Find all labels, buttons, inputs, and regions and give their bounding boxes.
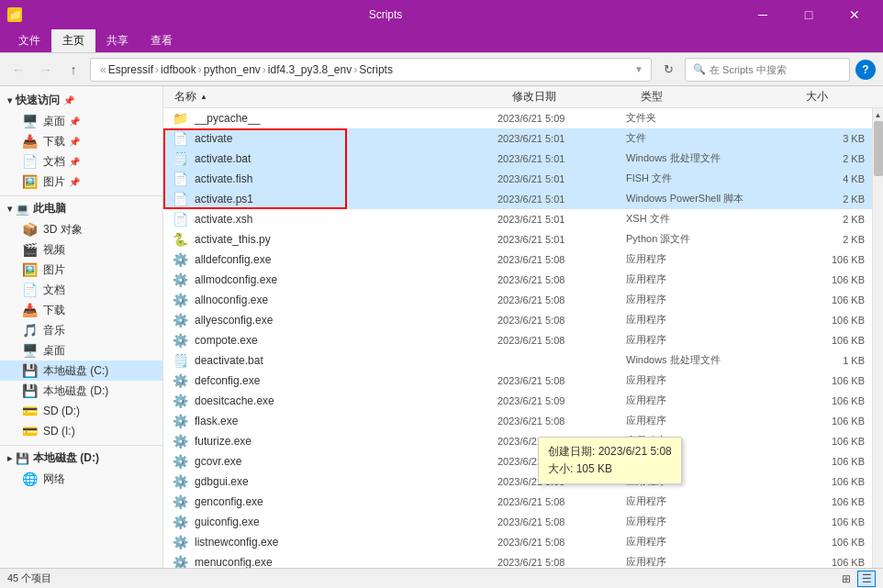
sidebar-item-drive-c[interactable]: 💾本地磁盘 (C:) (0, 361, 162, 381)
file-size: 1 KB (791, 355, 865, 366)
col-header-name[interactable]: 名称 ▲ (171, 86, 509, 107)
scroll-track[interactable] (873, 121, 884, 573)
file-icon: 📁 (171, 109, 189, 128)
sidebar-item-desktop[interactable]: 🖥️桌面 (0, 340, 162, 361)
back-button[interactable]: ← (7, 59, 29, 81)
table-row[interactable]: ⚙️ gdbgui.exe 2023/6/21 5:08 应用程序 106 KB (163, 472, 872, 492)
help-button[interactable]: ? (855, 60, 876, 80)
table-row[interactable]: 📁 __pycache__ 2023/6/21 5:09 文件夹 (163, 108, 872, 128)
sidebar-item-network[interactable]: 🌐网络 (0, 469, 162, 489)
tab-share[interactable]: 共享 (95, 29, 140, 52)
table-row[interactable]: 📄 activate.fish 2023/6/21 5:01 FISH 文件 4… (163, 169, 872, 189)
grid-view-button[interactable]: ⊞ (837, 571, 855, 587)
file-type: 应用程序 (626, 555, 791, 569)
tab-view[interactable]: 查看 (140, 29, 184, 52)
search-input[interactable] (710, 64, 842, 75)
file-icon: ⚙️ (171, 412, 189, 430)
path-scripts[interactable]: Scripts (359, 63, 393, 76)
col-header-size[interactable]: 大小 (802, 86, 876, 107)
table-row[interactable]: ⚙️ alldefconfig.exe 2023/6/21 5:08 应用程序 … (163, 250, 872, 270)
list-view-button[interactable]: ☰ (857, 571, 876, 587)
up-button[interactable]: ↑ (62, 59, 84, 81)
vertical-scrollbar[interactable]: ▲ ▼ (872, 108, 883, 586)
sidebar-item-documents[interactable]: 📄文档 (0, 280, 162, 300)
quick-access-header[interactable]: ▾ 快速访问 📌 (0, 90, 162, 111)
table-row[interactable]: ⚙️ listnewconfig.exe 2023/6/21 5:08 应用程序… (163, 532, 872, 552)
desktop2-icon: 🖥️ (22, 343, 38, 358)
table-row[interactable]: ⚙️ flask.exe 2023/6/21 5:08 应用程序 106 KB (163, 411, 872, 431)
table-row[interactable]: 🗒️ deactivate.bat Windows 批处理文件 1 KB (163, 350, 872, 371)
table-row[interactable]: ⚙️ allmodconfig.exe 2023/6/21 5:08 应用程序 … (163, 270, 872, 290)
table-row[interactable]: 🐍 activate_this.py 2023/6/21 5:01 Python… (163, 229, 872, 250)
table-row[interactable]: ⚙️ doesitcache.exe 2023/6/21 5:09 应用程序 1… (163, 391, 872, 411)
local-d-header[interactable]: ▸ 💾 本地磁盘 (D:) (0, 448, 162, 469)
sidebar-item-pictures[interactable]: 🖼️图片 (0, 260, 162, 280)
sidebar-item-sd-d[interactable]: 💳SD (D:) (0, 401, 162, 421)
download-icon: 📥 (22, 134, 38, 149)
sidebar-item-docs-quick[interactable]: 📄 文档 📌 (0, 151, 162, 172)
sidebar-item-pictures-quick[interactable]: 🖼️ 图片 📌 (0, 172, 162, 192)
this-pc-section: ▾ 💻 此电脑 📦3D 对象 🎬视频 🖼️图片 📄文档 📥下载 🎵音乐 🖥️桌面… (0, 198, 162, 441)
table-row[interactable]: ⚙️ futurize.exe 2023/6/21 5:09 应用程序 106 … (163, 431, 872, 451)
file-size: 106 KB (791, 335, 865, 346)
path-idf-env[interactable]: idf4.3_py3.8_env (268, 63, 352, 76)
close-button[interactable]: ✕ (833, 0, 876, 29)
table-row[interactable]: 📄 activate.ps1 2023/6/21 5:01 Windows Po… (163, 189, 872, 209)
file-date: 2023/6/21 5:08 (497, 416, 626, 427)
sidebar-item-download-quick[interactable]: 📥 下载 📌 (0, 131, 162, 151)
table-row[interactable]: ⚙️ guiconfig.exe 2023/6/21 5:08 应用程序 106… (163, 512, 872, 532)
sidebar-item-video[interactable]: 🎬视频 (0, 239, 162, 260)
table-row[interactable]: ⚙️ allnoconfig.exe 2023/6/21 5:08 应用程序 1… (163, 290, 872, 310)
table-row[interactable]: 📄 activate 2023/6/21 5:01 文件 3 KB (163, 128, 872, 149)
file-date: 2023/6/21 5:08 (497, 537, 626, 548)
file-size: 106 KB (791, 476, 865, 487)
sidebar-item-3d[interactable]: 📦3D 对象 (0, 219, 162, 239)
path-idfbook[interactable]: idfbook (161, 63, 196, 76)
table-row[interactable]: ⚙️ compote.exe 2023/6/21 5:08 应用程序 106 K… (163, 330, 872, 350)
table-row[interactable]: 🗒️ activate.bat 2023/6/21 5:01 Windows 批… (163, 149, 872, 169)
file-type: 应用程序 (626, 414, 791, 427)
sidebar-item-desktop-quick[interactable]: 🖥️ 桌面 📌 (0, 111, 162, 131)
sidebar-item-downloads[interactable]: 📥下载 (0, 300, 162, 320)
sidebar-label: 下载 (43, 134, 65, 150)
file-icon: ⚙️ (171, 452, 189, 471)
path-python-env[interactable]: python_env (204, 63, 261, 76)
table-row[interactable]: ⚙️ genconfig.exe 2023/6/21 5:08 应用程序 106… (163, 492, 872, 512)
forward-button[interactable]: → (35, 59, 57, 81)
tab-file[interactable]: 文件 (7, 29, 51, 52)
sidebar-item-music[interactable]: 🎵音乐 (0, 320, 162, 340)
table-row[interactable]: ⚙️ gcovr.exe 2023/6/21 5:09 应用程序 106 KB (163, 451, 872, 472)
sidebar-item-sd-i[interactable]: 💳SD (I:) (0, 421, 162, 441)
pictures-icon: 🖼️ (22, 174, 38, 189)
title-folder-icon: 📁 (7, 7, 22, 22)
file-size: 2 KB (791, 214, 865, 225)
file-name: alldefconfig.exe (195, 253, 497, 266)
this-pc-header[interactable]: ▾ 💻 此电脑 (0, 198, 162, 219)
network-icon: 🌐 (22, 472, 38, 486)
file-icon: ⚙️ (171, 331, 189, 349)
col-header-date[interactable]: 修改日期 (509, 86, 637, 107)
address-path[interactable]: « Espressif › idfbook › python_env › idf… (90, 58, 652, 82)
file-name: allyesconfig.exe (195, 314, 497, 327)
sidebar-item-drive-d[interactable]: 💾本地磁盘 (D:) (0, 381, 162, 401)
col-header-type[interactable]: 类型 (637, 86, 802, 107)
refresh-button[interactable]: ↻ (657, 59, 679, 81)
file-size: 2 KB (791, 194, 865, 205)
table-row[interactable]: ⚙️ allyesconfig.exe 2023/6/21 5:08 应用程序 … (163, 310, 872, 330)
file-icon: 🗒️ (171, 150, 189, 168)
file-icon: ⚙️ (171, 271, 189, 289)
file-type: 应用程序 (626, 373, 791, 387)
maximize-button[interactable]: □ (788, 0, 830, 29)
file-size: 106 KB (791, 416, 865, 427)
file-date: 2023/6/21 5:01 (497, 234, 626, 245)
tab-home[interactable]: 主页 (51, 29, 95, 52)
path-espressif[interactable]: Espressif (108, 63, 153, 76)
table-row[interactable]: 📄 activate.xsh 2023/6/21 5:01 XSH 文件 2 K… (163, 209, 872, 229)
file-date: 2023/6/21 5:08 (497, 496, 626, 507)
minimize-button[interactable]: ─ (742, 0, 784, 29)
scroll-thumb[interactable] (874, 121, 883, 176)
file-name: compote.exe (195, 334, 497, 347)
table-row[interactable]: ⚙️ defconfig.exe 2023/6/21 5:08 应用程序 106… (163, 371, 872, 391)
file-name: deactivate.bat (195, 354, 497, 367)
scroll-up-button[interactable]: ▲ (873, 108, 884, 121)
